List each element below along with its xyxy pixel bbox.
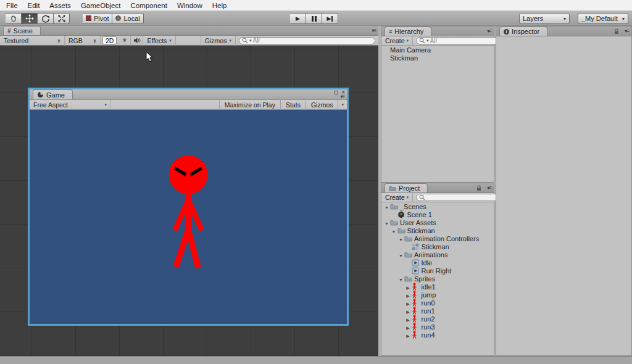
lock-icon[interactable] [614,28,619,36]
main-toolbar: Pivot Local ▶ [0,11,632,26]
tree-item-run2[interactable]: ▶ run2 [381,315,494,323]
scene-search-input[interactable] [252,37,371,44]
tree-item-run1[interactable]: ▶ run1 [381,307,494,315]
lock-icon[interactable] [476,185,481,192]
game-gizmos-dropdown[interactable]: Gizmos [306,100,338,110]
panel-menu-icon[interactable]: ▾≡ [487,185,491,191]
stickman-sprite-icon [412,283,417,291]
tree-item-run-right[interactable]: Run Right [381,267,494,275]
tab-inspector[interactable]: i Inspector [499,27,547,36]
folder-icon [389,185,396,191]
lighting-toggle-button[interactable]: ☀ [118,36,131,46]
menu-item-help[interactable]: Help [207,2,232,9]
gizmos-caret-button[interactable]: ▾ [338,100,347,110]
menu-item-file[interactable]: File [1,2,23,9]
panel-menu-icon[interactable]: ▾≡ [340,94,344,99]
tree-item-animation-controllers[interactable]: ▼ Animation Controllers [381,234,494,242]
tab-project[interactable]: Project [385,183,428,192]
hierarchy-create-dropdown[interactable]: Create ▾ [381,36,413,46]
search-icon [242,38,248,44]
tool-button-hand[interactable] [6,13,22,24]
toolbar-right-group: Layers ▾ _My Default ▾ [519,13,628,24]
folder-icon [404,235,412,242]
play-icon: ▶ [296,15,300,22]
hierarchy-item-stickman[interactable]: Stickman [381,54,494,62]
animation-clip-icon [412,259,419,267]
tool-button-rotate[interactable] [38,13,54,24]
chevron-down-icon: ▾ [341,102,344,107]
chevron-down-icon: ▾ [407,38,409,43]
menu-item-gameobject[interactable]: GameObject [76,2,126,9]
menu-item-assets[interactable]: Assets [44,2,76,9]
stats-button[interactable]: Stats [280,100,306,110]
scene-viewport[interactable]: Game × ▾≡ Free Aspect ▾ Maximize o [0,46,378,356]
panel-menu-icon[interactable]: ▾≡ [372,28,376,33]
tool-button-move[interactable] [22,13,38,24]
layers-dropdown[interactable]: Layers ▾ [519,13,570,24]
tree-item-stickman[interactable]: Stickman [381,242,494,250]
tree-item-user-assets[interactable]: ▼ User Assets [381,218,494,226]
stickman-figure [153,154,223,271]
hierarchy-item-main-camera[interactable]: Main Camera [381,46,494,54]
tree-item-run3[interactable]: ▶ run3 [381,323,494,331]
tree-item-stickman[interactable]: ▼ Stickman [381,226,494,234]
maximize-on-play-button[interactable]: Maximize on Play [219,100,280,110]
stickman-sprite-icon [412,299,417,307]
tree-item-idle[interactable]: Idle [381,259,494,267]
chevron-down-icon: ▾ [426,38,429,43]
button-pause[interactable] [306,13,322,24]
tree-item-scenes[interactable]: ▼ _Scenes [381,202,494,210]
tab-hierarchy[interactable]: ≡ Hierarchy [385,27,431,36]
render-mode-dropdown[interactable]: Textured ▲▼ [0,36,65,46]
tree-item-scene-1[interactable]: Scene 1 [381,210,494,218]
stickman-sprite-icon [412,323,417,331]
aspect-ratio-dropdown[interactable]: Free Aspect ▾ [30,100,111,110]
tool-button-scale[interactable] [54,13,70,24]
expander-collapsed-icon: ▶ [406,334,409,338]
expander-collapsed-icon: ▶ [406,294,409,298]
tree-item-jump[interactable]: ▶ jump [381,291,494,299]
tab-game[interactable]: Game [33,89,73,99]
tree-item-run4[interactable]: ▶ run4 [381,331,494,339]
toggle-button-pivot[interactable]: Pivot [83,13,112,24]
toggle-button-local[interactable]: Local [112,13,143,24]
maximize-icon[interactable] [335,91,338,94]
pivot-local-group: Pivot Local [83,13,144,24]
tree-item-idle1[interactable]: ▶ idle1 [381,283,494,291]
expander-open-icon: ▼ [399,238,403,242]
effects-dropdown[interactable]: Effects ▾ [143,36,175,46]
inspector-panel: i Inspector ▾≡ [496,26,632,356]
project-create-dropdown[interactable]: Create ▾ [381,193,413,202]
audio-toggle-button[interactable] [131,36,143,46]
expander-open-icon: ▼ [392,230,396,234]
animation-clip-icon [412,267,419,275]
animator-controller-icon [412,243,419,250]
panel-menu-icon[interactable]: ▾≡ [487,28,491,34]
panel-menu-icon[interactable]: ▾≡ [625,28,629,34]
menu-item-window[interactable]: Window [172,2,207,9]
unity-scene-icon [397,211,405,218]
menu-item-edit[interactable]: Edit [23,2,45,9]
tree-item-run0[interactable]: ▶ run0 [381,299,494,307]
2d-toggle-button[interactable]: 2D [102,36,117,44]
scene-search-field[interactable]: ▾ [239,37,375,44]
grid-icon: # [7,28,11,35]
folder-icon [404,251,412,258]
button-play[interactable]: ▶ [290,13,306,24]
layout-dropdown[interactable]: _My Default ▾ [578,13,628,24]
color-mode-dropdown[interactable]: RGB ▲▼ [65,36,101,46]
menu-bar: FileEditAssetsGameObjectComponentWindowH… [0,0,632,11]
folder-icon [397,227,405,234]
hand-tool-icon [9,14,18,23]
tab-scene[interactable]: # Scene [3,26,41,35]
tree-item-sprites[interactable]: ▼ Sprites [381,275,494,283]
game-viewport[interactable] [30,110,347,324]
scene-gizmos-dropdown[interactable]: Gizmos ▾ [201,36,236,46]
stickman-sprite-icon [412,331,417,339]
button-step[interactable]: ▶ [322,13,338,24]
expander-collapsed-icon: ▶ [406,286,409,290]
folder-icon [390,203,398,210]
tree-item-animations[interactable]: ▼ Animations [381,250,494,259]
menu-item-component[interactable]: Component [125,2,172,9]
scale-tool-icon [57,14,66,23]
